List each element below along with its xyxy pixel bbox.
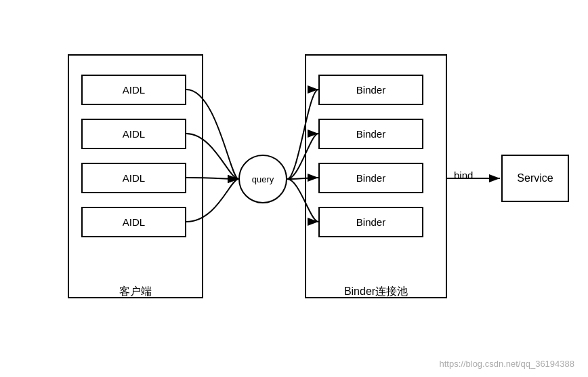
- diagram-container: 客户端 AIDL AIDL AIDL AIDL Binder连接池 Binder…: [0, 0, 588, 377]
- binder-box-1: Binder: [318, 75, 423, 105]
- aidl-box-1: AIDL: [81, 75, 186, 105]
- binder-box-2: Binder: [318, 119, 423, 149]
- query-label: query: [252, 174, 274, 184]
- bind-label: bind: [454, 170, 473, 181]
- query-circle: query: [238, 155, 287, 203]
- watermark: https://blog.csdn.net/qq_36194388: [440, 359, 575, 369]
- aidl-box-3: AIDL: [81, 163, 186, 193]
- service-label: Service: [517, 172, 553, 184]
- binder-box-4: Binder: [318, 207, 423, 237]
- aidl-box-2: AIDL: [81, 119, 186, 149]
- pool-label: Binder连接池: [305, 285, 447, 299]
- binder-box-3: Binder: [318, 163, 423, 193]
- aidl-box-4: AIDL: [81, 207, 186, 237]
- service-box: Service: [501, 155, 569, 202]
- client-label: 客户端: [68, 285, 203, 299]
